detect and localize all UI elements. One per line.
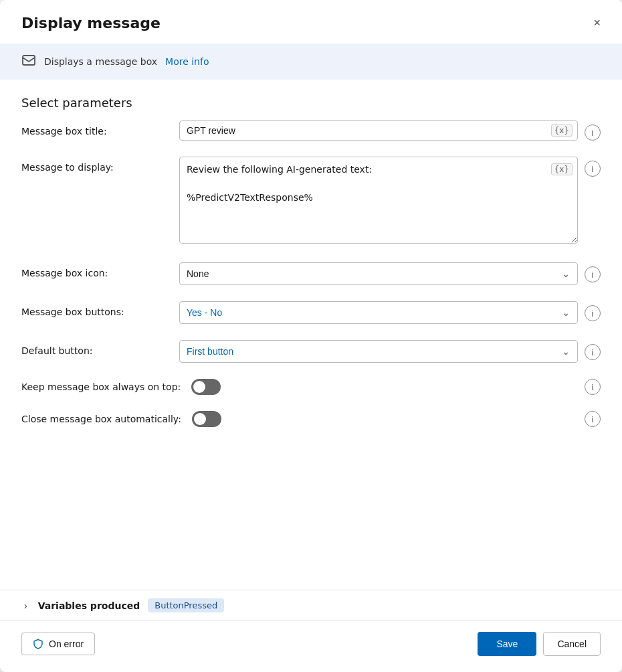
close-auto-label: Close message box automatically: [21,414,181,424]
variables-row: › Variables produced ButtonPressed [0,590,622,620]
keep-on-top-toggle[interactable] [191,379,221,395]
variables-label: Variables produced [38,600,140,611]
keep-on-top-track [191,379,221,395]
shield-icon [33,639,43,649]
message-box-title-input-wrap: {x} [179,120,578,141]
message-to-display-control: Review the following AI-generated text: … [179,157,601,246]
message-box-title-label: Message box title: [21,120,169,137]
keep-on-top-label: Keep message box always on top: [21,382,181,392]
message-box-icon-select[interactable]: None Information Question Warning Error [179,262,578,285]
message-box-icon-control: None Information Question Warning Error … [179,262,601,285]
close-auto-row: Close message box automatically: i [21,411,601,427]
message-box-icon-label: Message box icon: [21,262,169,278]
svg-rect-0 [23,56,35,65]
message-to-display-label: Message to display: [21,157,169,173]
dialog-header: Display message × [0,0,622,44]
more-info-link[interactable]: More info [165,56,209,67]
form-body: Message box title: {x} i Message to disp… [0,120,622,587]
close-auto-control: i [192,411,601,427]
title-variable-badge: {x} [551,124,573,137]
close-auto-toggle[interactable] [192,411,221,427]
message-to-display-textarea[interactable]: Review the following AI-generated text: … [179,157,578,244]
message-box-title-input[interactable] [179,120,578,141]
default-button-info-button[interactable]: i [585,344,601,360]
save-button[interactable]: Save [478,632,536,656]
message-box-buttons-info-button[interactable]: i [585,305,601,321]
default-button-select[interactable]: First button Second button Third button [179,340,578,363]
banner-text: Displays a message box [44,56,157,67]
message-box-buttons-control: OK OK - Cancel Yes - No Yes - No - Cance… [179,301,601,324]
dialog: Display message × Displays a message box… [0,0,622,672]
section-title: Select parameters [0,80,622,120]
message-box-buttons-row: Message box buttons: OK OK - Cancel Yes … [21,301,601,324]
default-button-control: First button Second button Third button … [179,340,601,363]
message-to-display-row: Message to display: Review the following… [21,157,601,246]
message-box-buttons-select[interactable]: OK OK - Cancel Yes - No Yes - No - Cance… [179,301,578,324]
default-button-label: Default button: [21,340,169,356]
keep-on-top-control: i [191,379,601,395]
display-variable-badge: {x} [551,163,573,175]
keep-on-top-row: Keep message box always on top: i [21,379,601,395]
message-to-display-info-button[interactable]: i [585,161,601,177]
message-box-buttons-select-wrap: OK OK - Cancel Yes - No Yes - No - Cance… [179,301,578,324]
dialog-footer: On error Save Cancel [0,620,622,672]
dialog-title: Display message [21,15,161,31]
variable-badge: ButtonPressed [148,598,224,612]
keep-on-top-info-button[interactable]: i [585,379,601,395]
on-error-button[interactable]: On error [21,633,95,655]
message-box-title-control: {x} i [179,120,601,141]
on-error-label: On error [49,639,84,649]
cancel-button[interactable]: Cancel [543,632,601,656]
message-box-title-info-button[interactable]: i [585,124,601,141]
message-box-buttons-label: Message box buttons: [21,301,169,317]
variables-chevron-button[interactable]: › [21,599,30,612]
message-icon [21,53,36,70]
message-box-icon-select-wrap: None Information Question Warning Error … [179,262,578,285]
footer-right: Save Cancel [478,632,601,656]
message-box-title-row: Message box title: {x} i [21,120,601,141]
message-to-display-textarea-wrap: Review the following AI-generated text: … [179,157,578,246]
info-banner: Displays a message box More info [0,44,622,80]
message-box-icon-row: Message box icon: None Information Quest… [21,262,601,285]
message-box-icon-info-button[interactable]: i [585,266,601,282]
close-auto-track [192,411,221,427]
default-button-select-wrap: First button Second button Third button … [179,340,578,363]
default-button-row: Default button: First button Second butt… [21,340,601,363]
close-button[interactable]: × [588,13,606,33]
close-auto-info-button[interactable]: i [585,411,601,427]
